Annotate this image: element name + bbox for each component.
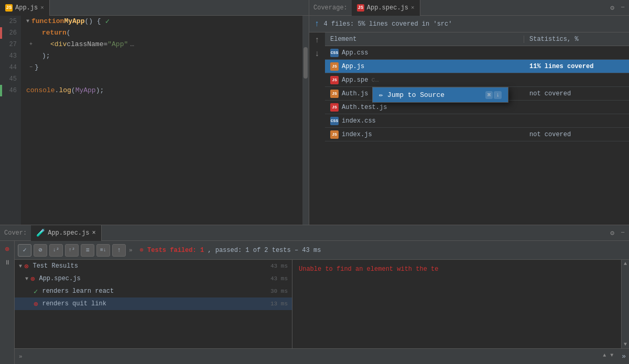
bottom-tab-bar: Cover: 🧪 App.spec.js × ⚙ − [0,225,629,241]
coverage-table: Element Statistics, % CSS App.css JS App… [325,32,629,225]
code-line-46: console . log ( MyApp ); [26,85,302,96]
success-icon-learn: ✓ [34,287,38,296]
css-icon-indexcss: CSS [330,117,339,125]
bottom-scrollbar[interactable]: ▲ ▼ [622,260,629,348]
error-icon-quit: ⊗ [34,300,38,308]
line-43: 43 [0,50,17,62]
test-tab-appspec[interactable]: 🧪 App.spec.js × [31,225,101,241]
test-toolbar: ✓ ⊘ ↓² ↑² ≡ ≡↓ ↑ » ⊗ Tests failed: 1 , p… [15,241,629,260]
error-icon-root: ⊗ [24,262,28,271]
scroll-down-arrow[interactable]: ▼ [624,341,627,347]
coverage-table-wrapper: ↑ ↓ Element Statistics, % CSS App.css [309,32,629,225]
result-root[interactable]: ▼ ⊗ Test Results 43 ms [15,260,292,272]
run-icon[interactable]: ⊗ [2,243,13,255]
css-icon-appcss: CSS [330,49,339,57]
column-element: Element [325,36,524,43]
test-tab-close[interactable]: × [92,229,95,237]
spec-icon-appspec: JS [330,76,339,84]
editor-tab-label: App.js [15,4,38,12]
bottom-content: ⊗ ⏸ ✓ ⊘ ↓² ↑² ≡ ≡↓ ↑ » ⊗ Tests failed: 1… [0,241,629,364]
js-icon-indexjs: JS [330,130,339,139]
code-line-27: + <div className= "App" … [26,39,302,50]
result-appspec[interactable]: ▼ ⊗ App.spec.js 43 ms [15,272,292,285]
context-menu: ✏️ Jump to Source ⌘ ↓ [372,87,508,103]
chevron-appspec: ▼ [25,276,28,282]
row-stats-indexjs: not covered [524,131,629,138]
bottom-minus-icon[interactable]: − [621,229,625,237]
column-stats: Statistics, % [524,36,629,43]
toolbar-check-btn[interactable]: ✓ [18,244,31,257]
bottom-right-down[interactable]: ▼ [610,352,613,360]
toolbar-up-btn[interactable]: ↑ [112,244,126,257]
passed-count: 1 [245,247,249,254]
coverage-label: Coverage: [313,4,348,12]
coverage-row-indexjs[interactable]: JS index.js not covered [325,128,629,141]
line-44: 44 [0,62,17,73]
coverage-tab-bar: Coverage: JS App.spec.js × ⚙ − [309,0,629,16]
row-element-appcss: CSS App.css [325,49,524,57]
error-icon: ⊗ [140,247,147,254]
toolbar-expand-btn[interactable]: ≡ [81,244,94,257]
bottom-split: ▼ ⊗ Test Results 43 ms ▼ ⊗ App.spec.js 4… [15,260,629,348]
more-button[interactable]: » [129,247,133,253]
coverage-minus-icon[interactable]: − [621,4,625,12]
coverage-tab-close[interactable]: × [411,5,415,11]
nav-up-arrow[interactable]: ↑ [314,35,320,46]
result-time-appspec: 43 ms [270,275,288,282]
toolbar-collapse-btn[interactable]: ≡↓ [96,244,110,257]
bottom-gear-icon[interactable]: ⚙ [610,229,614,237]
coverage-tab-appspec[interactable]: JS App.spec.js × [352,0,420,16]
coverage-pane: Coverage: JS App.spec.js × ⚙ − ↑ 4 files… [309,0,629,225]
jump-to-source-item[interactable]: ✏️ Jump to Source ⌘ ↓ [373,87,508,102]
toolbar-sort-asc-btn[interactable]: ↓² [49,244,63,257]
fold-icon-25[interactable]: ▼ [26,16,29,27]
coverage-tab-file: App.spec.js [367,4,408,12]
scroll-up-arrow[interactable]: ▲ [624,261,627,267]
toolbar-cancel-btn[interactable]: ⊘ [34,244,47,257]
shortcut-display: ⌘ ↓ [485,91,502,99]
shortcut-down: ↓ [494,91,502,99]
bottom-toolbar-right: ⚙ − [610,229,625,237]
test-time: 43 ms [302,247,321,254]
coverage-gear-icon[interactable]: ⚙ [610,4,614,12]
line-numbers: 25 26 27 43 44 45 46 [0,16,21,225]
result-label-learn: renders learn react [42,288,114,295]
fold-icon-44[interactable]: − [29,62,32,73]
row-element-appspec: JS App.spec… [325,76,524,84]
flask-icon: 🧪 [36,228,45,237]
edit-icon: ✏️ [379,91,383,99]
nav-down-arrow[interactable]: ↓ [314,48,320,60]
pause-icon[interactable]: ⏸ [2,257,13,268]
editor-tab-bar: JS App.js × [0,0,309,16]
bottom-right-up[interactable]: ▲ [603,352,606,360]
bottom-right-more[interactable]: » [622,352,626,360]
code-line-45 [26,73,302,85]
toolbar-sort-desc-btn[interactable]: ↑² [65,244,79,257]
code-line-44: − } [26,62,302,73]
coverage-row-indexcss[interactable]: CSS index.css [325,114,629,128]
coverage-row-appspec[interactable]: JS App.spec… [325,73,629,87]
coverage-row-appcss[interactable]: CSS App.css [325,46,629,60]
row-stats-authjs: not covered [524,90,629,97]
bottom-more-bar: » ▲ ▼ » [15,348,629,364]
coverage-toolbar-right: ⚙ − [610,4,625,12]
error-icon-appspec: ⊗ [30,274,35,283]
line-45: 45 [0,73,17,85]
editor-scrollbar[interactable] [302,16,309,225]
editor-tab-appjs[interactable]: JS App.js × [0,0,50,16]
result-label-root: Test Results [32,262,78,270]
bottom-section: Cover: 🧪 App.spec.js × ⚙ − ⊗ ⏸ ✓ ⊘ ↓² ↑²… [0,225,629,364]
coverage-nav: ↑ ↓ [309,32,325,225]
fold-icon-27[interactable]: + [29,39,32,50]
line-25: 25 [0,16,17,27]
editor-tab-close[interactable]: × [40,5,44,11]
row-element-indexjs: JS index.js [325,130,524,139]
shortcut-cmd: ⌘ [485,91,493,99]
coverage-row-appjs[interactable]: JS App.js 11% lines covered ✏️ Jump to S… [325,60,629,73]
result-learn-react[interactable]: ✓ renders learn react 30 ms [15,285,292,297]
scrollbar-thumb[interactable] [303,47,308,79]
result-label-appspec: App.spec.js [39,275,80,282]
cover-label: Cover: [4,229,27,237]
result-quit-link[interactable]: ⊗ renders quit link 13 ms [15,297,292,310]
bottom-more-btn[interactable]: » [19,354,23,360]
